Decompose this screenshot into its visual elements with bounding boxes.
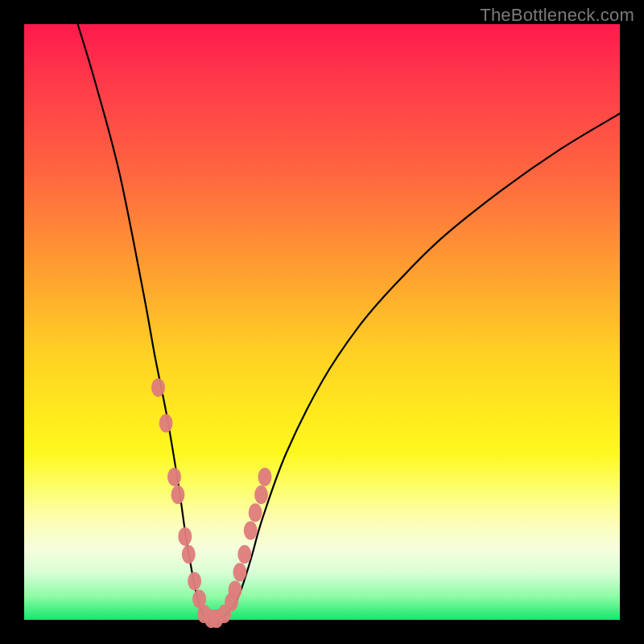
bottleneck-curve xyxy=(78,24,620,621)
highlight-point xyxy=(233,563,246,581)
chart-overlay xyxy=(24,24,620,620)
highlight-point xyxy=(254,485,268,504)
highlight-point xyxy=(182,545,196,564)
highlight-point xyxy=(249,503,262,522)
highlight-point xyxy=(178,527,192,546)
watermark-text: TheBottleneck.com xyxy=(480,5,634,26)
highlight-point xyxy=(228,581,242,600)
highlight-point xyxy=(237,545,251,564)
highlight-point xyxy=(167,468,181,486)
chart-frame: TheBottleneck.com xyxy=(0,0,644,644)
highlighted-points xyxy=(151,378,271,628)
highlight-point xyxy=(188,572,201,590)
highlight-point xyxy=(244,522,258,540)
highlight-point xyxy=(151,378,165,397)
highlight-point xyxy=(258,468,271,486)
highlight-point xyxy=(171,485,184,504)
highlight-point xyxy=(159,414,173,432)
